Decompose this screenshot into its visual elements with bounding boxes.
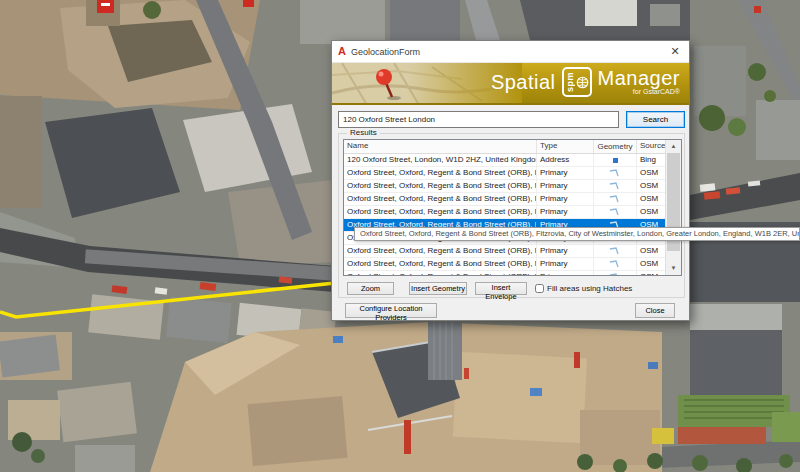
results-table-body: 120 Oxford Street, London, W1D 2HZ, Unit…	[344, 154, 681, 276]
result-name[interactable]: Oxford Street, Oxford, Regent & Bond Str…	[344, 180, 537, 192]
result-tooltip: Oxford Street, Oxford, Regent & Bond Str…	[354, 227, 800, 241]
result-type[interactable]: Primary	[537, 167, 594, 179]
brand-spatial: Spatial	[491, 71, 556, 94]
results-table: Name Type Geometry Source 120 Oxford Str…	[343, 139, 682, 276]
fill-hatches-label: Fill areas using Hatches	[547, 284, 632, 293]
window-title: GeolocationForm	[351, 47, 420, 57]
polyline-geometry-icon	[594, 206, 637, 218]
scroll-up-icon[interactable]: ▲	[666, 140, 681, 153]
dialog-titlebar[interactable]: A GeolocationForm ✕	[332, 41, 689, 63]
spm-badge: spm	[562, 67, 592, 97]
result-name[interactable]: Oxford Street, Oxford, Regent & Bond Str…	[344, 206, 537, 218]
column-header-source[interactable]: Source	[637, 140, 665, 153]
brand-manager: Manager	[598, 68, 680, 88]
fill-hatches-option: Fill areas using Hatches	[535, 284, 632, 293]
result-source[interactable]: OSM	[637, 245, 665, 257]
table-row[interactable]: Oxford Street, Oxford, Regent & Bond Str…	[344, 193, 681, 206]
search-button[interactable]: Search	[626, 111, 685, 128]
zoom-button[interactable]: Zoom	[347, 282, 394, 295]
polyline-geometry-icon	[594, 180, 637, 192]
polyline-geometry-icon	[594, 245, 637, 257]
insert-geometry-button[interactable]: Insert Geometry	[409, 282, 467, 295]
result-name[interactable]: Oxford Street, Oxford, Regent & Bond Str…	[344, 271, 537, 276]
table-row[interactable]: Oxford Street, Oxford, Regent & Bond Str…	[344, 271, 681, 276]
polyline-geometry-icon	[594, 193, 637, 205]
result-source[interactable]: Bing	[637, 154, 665, 166]
result-type[interactable]: Primary	[537, 180, 594, 192]
result-source[interactable]: OSM	[637, 206, 665, 218]
result-name[interactable]: Oxford Street, Oxford, Regent & Bond Str…	[344, 258, 537, 270]
result-name[interactable]: 120 Oxford Street, London, W1D 2HZ, Unit…	[344, 154, 537, 166]
results-groupbox: Results Name Type Geometry Source 120 Ox…	[338, 133, 685, 298]
result-source[interactable]: OSM	[637, 180, 665, 192]
result-source[interactable]: OSM	[637, 258, 665, 270]
globe-icon	[576, 75, 589, 90]
scroll-down-icon[interactable]: ▼	[666, 262, 681, 275]
geolocation-dialog: A GeolocationForm ✕ Spatial	[331, 40, 690, 321]
result-type[interactable]: Primary	[537, 245, 594, 257]
table-row[interactable]: Oxford Street, Oxford, Regent & Bond Str…	[344, 258, 681, 271]
spatial-manager-banner: Spatial spm Manager for GstarCAD®	[332, 63, 689, 105]
close-icon[interactable]: ✕	[667, 45, 683, 58]
result-source[interactable]: OSM	[637, 167, 665, 179]
result-name[interactable]: Oxford Street, Oxford, Regent & Bond Str…	[344, 193, 537, 205]
fill-hatches-checkbox[interactable]	[535, 284, 544, 293]
result-type[interactable]: Primary	[537, 271, 594, 276]
table-row[interactable]: Oxford Street, Oxford, Regent & Bond Str…	[344, 167, 681, 180]
table-row[interactable]: Oxford Street, Oxford, Regent & Bond Str…	[344, 180, 681, 193]
close-button[interactable]: Close	[635, 303, 675, 318]
result-source[interactable]: OSM	[637, 193, 665, 205]
point-geometry-icon	[594, 154, 637, 166]
configure-providers-button[interactable]: Configure Location Providers	[345, 303, 437, 318]
results-group-label: Results	[347, 128, 380, 137]
spatial-manager-logo: Spatial spm Manager for GstarCAD®	[491, 67, 680, 97]
result-type[interactable]: Primary	[537, 258, 594, 270]
column-header-type[interactable]: Type	[537, 140, 594, 153]
search-input[interactable]	[338, 111, 619, 128]
column-header-geometry[interactable]: Geometry	[594, 140, 637, 153]
result-source[interactable]: OSM	[637, 271, 665, 276]
gstarcad-app-icon: A	[338, 46, 346, 57]
polyline-geometry-icon	[594, 167, 637, 179]
table-row[interactable]: Oxford Street, Oxford, Regent & Bond Str…	[344, 206, 681, 219]
insert-envelope-button[interactable]: Insert Envelope	[475, 282, 527, 295]
table-row[interactable]: 120 Oxford Street, London, W1D 2HZ, Unit…	[344, 154, 681, 167]
result-type[interactable]: Primary	[537, 193, 594, 205]
polyline-geometry-icon	[594, 271, 637, 276]
polyline-geometry-icon	[594, 258, 637, 270]
result-type[interactable]: Primary	[537, 206, 594, 218]
result-type[interactable]: Address	[537, 154, 594, 166]
brand-subtitle: for GstarCAD®	[633, 88, 680, 96]
result-name[interactable]: Oxford Street, Oxford, Regent & Bond Str…	[344, 167, 537, 179]
column-header-name[interactable]: Name	[344, 140, 537, 153]
table-row[interactable]: Oxford Street, Oxford, Regent & Bond Str…	[344, 245, 681, 258]
results-table-header: Name Type Geometry Source	[344, 140, 681, 154]
results-scrollbar[interactable]: ▲ ▼	[665, 140, 681, 275]
result-name[interactable]: Oxford Street, Oxford, Regent & Bond Str…	[344, 245, 537, 257]
spm-badge-text: spm	[565, 72, 575, 92]
